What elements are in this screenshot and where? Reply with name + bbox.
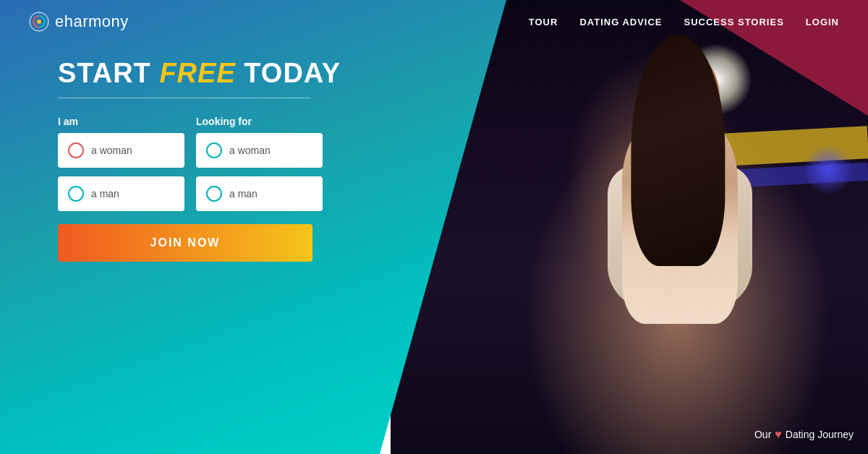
iam-woman-option[interactable]: a woman [58, 133, 184, 168]
lf-man-label: a man [229, 188, 258, 200]
radio-row-woman: a woman a woman [58, 133, 391, 168]
lf-man-radio [206, 186, 222, 202]
i-am-label: I am [58, 116, 184, 127]
lf-woman-option[interactable]: a woman [196, 133, 323, 168]
iam-woman-label: a woman [91, 145, 132, 156]
lf-woman-label: a woman [229, 145, 271, 156]
signup-form: I am Looking for a woman a woman a man [58, 116, 391, 262]
iam-woman-radio [68, 142, 84, 158]
watermark-suffix: Dating Journey [786, 429, 854, 440]
nav-tour[interactable]: TOUR [529, 17, 558, 27]
nav-success-stories[interactable]: SUCCESS STORIES [684, 17, 784, 27]
hero-content: START free TODAY I am Looking for a woma… [58, 58, 391, 262]
headline: START free TODAY [58, 58, 391, 89]
lf-woman-radio [206, 142, 222, 158]
headline-free: free [159, 58, 235, 88]
page-wrapper: eharmony TOUR DATING ADVICE SUCCESS STOR… [0, 0, 868, 454]
looking-for-label: Looking for [196, 116, 323, 127]
join-now-button[interactable]: JOIN NOW [58, 224, 312, 262]
lf-man-option[interactable]: a man [196, 176, 323, 211]
nav-login[interactable]: LOGIN [806, 17, 839, 27]
headline-divider [58, 98, 311, 98]
photo-glow-blue [803, 145, 854, 195]
form-labels-row: I am Looking for [58, 116, 391, 127]
header: eharmony TOUR DATING ADVICE SUCCESS STOR… [0, 0, 868, 43]
watermark-heart-icon: ♥ [775, 428, 782, 441]
logo-area: eharmony [29, 12, 129, 32]
svg-point-1 [37, 20, 41, 24]
nav-dating-advice[interactable]: DATING ADVICE [579, 17, 662, 27]
iam-man-radio [68, 186, 84, 202]
iam-man-option[interactable]: a man [58, 176, 184, 211]
radio-row-man: a man a man [58, 176, 391, 211]
logo-icon [29, 12, 49, 32]
watermark-prefix: Our [754, 429, 771, 440]
watermark: Our ♥ Dating Journey [754, 428, 854, 441]
headline-end: TODAY [236, 58, 341, 88]
iam-man-label: a man [91, 188, 119, 200]
logo-text: eharmony [55, 12, 129, 31]
headline-start: START [58, 58, 159, 88]
nav-links: TOUR DATING ADVICE SUCCESS STORIES LOGIN [529, 17, 839, 27]
